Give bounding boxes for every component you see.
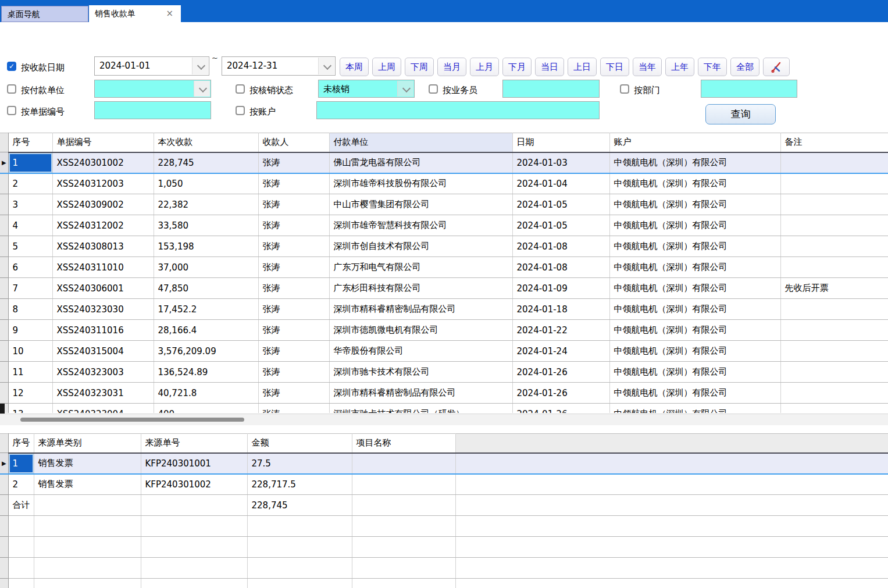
by-doc-number-checkbox[interactable] xyxy=(7,106,16,115)
row-marker[interactable] xyxy=(0,257,8,278)
grid-cell[interactable]: XSS240311016 xyxy=(52,320,154,341)
grid-cell[interactable]: 27.5 xyxy=(247,453,352,474)
quick-date-button[interactable]: 当年 xyxy=(633,58,662,76)
grid-cell[interactable]: 17,452.2 xyxy=(154,299,258,320)
grid-cell[interactable] xyxy=(780,173,888,194)
grid-cell[interactable]: 中领航电机（深圳）有限公司 xyxy=(609,341,780,362)
grid-cell[interactable]: 228,717.5 xyxy=(247,474,352,495)
chevron-down-icon[interactable] xyxy=(194,81,210,97)
row-marker[interactable] xyxy=(0,299,8,320)
grid-cell[interactable]: 2024-01-08 xyxy=(512,236,609,257)
grid-cell[interactable]: 中领航电机（深圳）有限公司 xyxy=(609,278,780,299)
grid-cell[interactable] xyxy=(247,558,352,579)
grid-cell[interactable] xyxy=(247,516,352,537)
row-marker[interactable]: ▶ xyxy=(0,152,8,173)
grid-cell[interactable]: 张涛 xyxy=(258,362,329,383)
grid-cell[interactable] xyxy=(352,453,455,474)
grid-cell[interactable]: 2024-01-03 xyxy=(512,152,609,173)
grid-cell[interactable] xyxy=(780,404,888,414)
grid-cell[interactable]: XSS240309002 xyxy=(52,194,154,215)
table-row[interactable]: 11XSS240323003136,524.89张涛深圳市驰卡技术有限公司202… xyxy=(0,362,888,383)
grid-cell[interactable]: 228,745 xyxy=(247,495,352,516)
department-input[interactable] xyxy=(701,80,797,98)
grid-cell[interactable]: 2024-01-05 xyxy=(512,194,609,215)
col-doc-number[interactable]: 单据编号 xyxy=(52,133,154,152)
grid-cell[interactable] xyxy=(141,516,247,537)
table-row[interactable]: ▶1销售发票KFP24030100127.5 xyxy=(0,453,888,474)
grid-cell[interactable]: 1 xyxy=(8,453,34,474)
grid-cell[interactable]: 12 xyxy=(8,383,52,404)
grid-cell[interactable]: 8 xyxy=(8,299,52,320)
quick-date-button[interactable]: 上年 xyxy=(665,58,694,76)
grid-cell[interactable]: 华帝股份有限公司 xyxy=(329,341,512,362)
grid-cell[interactable]: 销售发票 xyxy=(34,474,141,495)
grid-cell[interactable] xyxy=(141,537,247,558)
quick-date-button[interactable]: 当日 xyxy=(535,58,564,76)
table-row[interactable]: 4XSS24031200233,580张涛深圳市雄帝智慧科技有限公司2024-0… xyxy=(0,215,888,236)
grid-cell[interactable] xyxy=(455,558,888,579)
grid-cell[interactable]: 2 xyxy=(8,474,34,495)
grid-cell[interactable] xyxy=(780,320,888,341)
by-writeoff-status-checkbox[interactable] xyxy=(236,84,245,94)
grid-cell[interactable]: 中领航电机（深圳）有限公司 xyxy=(609,299,780,320)
grid-cell[interactable] xyxy=(780,215,888,236)
row-marker[interactable] xyxy=(0,516,8,537)
grid-cell[interactable] xyxy=(352,495,455,516)
grid-cell[interactable]: 2024-01-26 xyxy=(512,404,609,414)
grid-cell[interactable]: KFP240301002 xyxy=(141,474,247,495)
grid-cell[interactable] xyxy=(34,537,141,558)
grid-cell[interactable]: 11 xyxy=(8,362,52,383)
grid-cell[interactable] xyxy=(455,516,888,537)
quick-date-button[interactable]: 下日 xyxy=(600,58,629,76)
grid-cell[interactable]: 合计 xyxy=(8,495,34,516)
grid-cell[interactable]: 深圳市精科睿精密制品有限公司 xyxy=(329,383,512,404)
grid-cell[interactable] xyxy=(780,299,888,320)
grid-cell[interactable]: 广东万和电气有限公司 xyxy=(329,257,512,278)
grid-cell[interactable]: 张涛 xyxy=(258,257,329,278)
col-seq[interactable]: 序号 xyxy=(8,434,34,453)
grid-cell[interactable] xyxy=(34,516,141,537)
grid-cell[interactable] xyxy=(780,257,888,278)
col-source-type[interactable]: 来源单类别 xyxy=(34,434,141,453)
grid-cell[interactable]: 张涛 xyxy=(258,152,329,173)
quick-date-button[interactable]: 本周 xyxy=(340,58,369,76)
grid-cell[interactable]: 张涛 xyxy=(258,341,329,362)
chevron-down-icon[interactable] xyxy=(397,81,413,97)
grid-cell[interactable]: 28,166.4 xyxy=(154,320,258,341)
col-project-name[interactable]: 项目名称 xyxy=(352,434,455,453)
grid-cell[interactable] xyxy=(34,579,141,588)
grid-cell[interactable]: 深圳市驰卡技术有限公司（研发） xyxy=(329,404,512,414)
grid-cell[interactable]: 中领航电机（深圳）有限公司 xyxy=(609,215,780,236)
grid-cell[interactable]: XSS240323031 xyxy=(52,383,154,404)
table-row[interactable]: 8XSS24032303017,452.2张涛深圳市精科睿精密制品有限公司202… xyxy=(0,299,888,320)
account-input[interactable] xyxy=(316,101,600,119)
chevron-down-icon[interactable] xyxy=(192,58,208,74)
table-row[interactable] xyxy=(0,516,888,537)
grid-cell[interactable]: 销售发票 xyxy=(34,453,141,474)
grid-cell[interactable]: 4 xyxy=(8,215,52,236)
col-remark[interactable]: 备注 xyxy=(780,133,888,152)
table-row[interactable] xyxy=(0,558,888,579)
grid-cell[interactable]: 7 xyxy=(8,278,52,299)
grid-cell[interactable]: XSS240311010 xyxy=(52,257,154,278)
grid-cell[interactable]: 张涛 xyxy=(258,194,329,215)
col-amount[interactable]: 金额 xyxy=(247,434,352,453)
quick-date-button[interactable]: 下周 xyxy=(405,58,434,76)
by-receipt-date-checkbox[interactable]: ✓ xyxy=(7,62,16,71)
date-from-combo[interactable]: 2024-01-01 xyxy=(94,56,209,76)
table-row[interactable]: 13XSS240323004400张涛深圳市驰卡技术有限公司（研发）2024-0… xyxy=(0,404,888,414)
row-marker[interactable] xyxy=(0,215,8,236)
writeoff-status-combo[interactable]: 未核销 xyxy=(318,80,415,98)
tab-sales-receipt[interactable]: 销售收款单 × xyxy=(89,5,181,22)
grid-cell[interactable]: KFP240301001 xyxy=(141,453,247,474)
col-seq[interactable]: 序号 xyxy=(8,133,52,152)
table-row[interactable]: 12XSS24032303140,721.8张涛深圳市精科睿精密制品有限公司20… xyxy=(0,383,888,404)
grid-cell[interactable]: 深圳市雄帝智慧科技有限公司 xyxy=(329,215,512,236)
grid-cell[interactable]: 3 xyxy=(8,194,52,215)
grid-cell[interactable]: 47,850 xyxy=(154,278,258,299)
grid-cell[interactable]: 228,745 xyxy=(154,152,258,173)
grid-cell[interactable]: 深圳市精科睿精密制品有限公司 xyxy=(329,299,512,320)
quick-date-button[interactable]: 上周 xyxy=(372,58,401,76)
table-row[interactable]: 2XSS2403120031,050张涛深圳市雄帝科技股份有限公司2024-01… xyxy=(0,173,888,194)
date-to-combo[interactable]: 2024-12-31 xyxy=(222,56,336,76)
